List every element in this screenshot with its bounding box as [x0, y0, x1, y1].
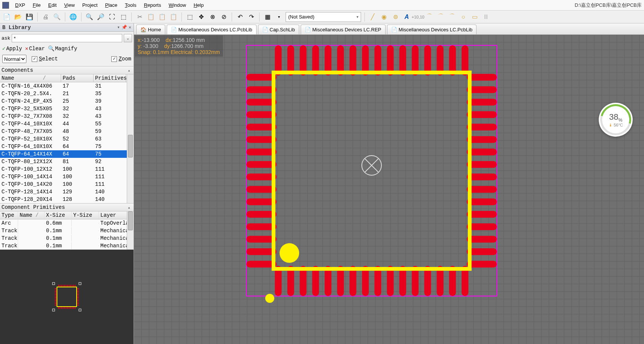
snap-grid-select[interactable]: (Not Saved) ▾	[286, 12, 361, 22]
tab-miscellaneous-devices-lc-pcblib[interactable]: 📄Miscellaneous Devices LC.PcbLib	[387, 25, 477, 34]
svg-rect-34	[70, 285, 71, 287]
table-row[interactable]: C-TQFP-100_12X12100111	[0, 165, 134, 173]
rubber-stamp-icon[interactable]: 📋	[169, 12, 178, 22]
svg-rect-12	[55, 291, 57, 292]
magnify-button[interactable]: 🔍Magnify	[48, 45, 77, 52]
table-row[interactable]: C-TQFP-64_10X10X6475	[0, 143, 134, 150]
svg-rect-3	[58, 307, 59, 309]
svg-rect-7	[60, 307, 60, 309]
panel-pin-icon[interactable]: 📌	[121, 25, 127, 30]
clear-icon[interactable]: ⊘	[219, 12, 228, 22]
menu-reports[interactable]: Reports	[140, 1, 165, 9]
table-row[interactable]: C-TQFN-16_4X4X061731	[0, 82, 134, 90]
scroll-up-icon[interactable]: ▴	[126, 68, 132, 73]
apply-button[interactable]: ✓Apply	[2, 45, 22, 52]
mode-select[interactable]: Normal	[2, 55, 26, 63]
menu-help[interactable]: Help	[190, 1, 207, 9]
undo-icon[interactable]: ↶	[235, 12, 244, 22]
move-icon[interactable]: ✥	[197, 12, 206, 22]
place-fill-icon[interactable]: ▭	[470, 12, 479, 22]
table-row[interactable]: C-TQFN-24_EP_4X52539	[0, 97, 134, 105]
mask-input[interactable]	[12, 34, 122, 42]
place-array-icon[interactable]: ⁞⁞	[481, 12, 490, 22]
panel-menu-icon[interactable]: ▾	[117, 25, 120, 30]
copy-icon[interactable]: 📋	[146, 12, 155, 22]
svg-rect-2	[58, 285, 59, 287]
table-row[interactable]: C-TQFP-64_14X14X6475	[0, 150, 134, 158]
zoom-area-icon[interactable]: ⬚	[119, 12, 128, 22]
place-pad-icon[interactable]: ◉	[380, 12, 389, 22]
zoom-out-icon[interactable]: 🔎	[96, 12, 105, 22]
table-row[interactable]: C-TQFP-128_20X14128140	[0, 196, 134, 203]
menu-tools[interactable]: Tools	[121, 1, 140, 9]
table-row[interactable]: Arc0.6mmTopOverla	[0, 219, 134, 227]
table-row[interactable]: C-TQFN-20_2.5X4.2135	[0, 90, 134, 97]
svg-rect-10	[61, 285, 62, 287]
table-row[interactable]: C-TQFP-52_10X10X5263	[0, 135, 134, 143]
browse-icon[interactable]: 🌐	[69, 12, 78, 22]
panel-title-bar: B Library ▾ 📌 ✕	[0, 23, 134, 32]
paste-icon[interactable]: 📋	[158, 12, 167, 22]
col-name[interactable]: Name /	[0, 74, 61, 82]
col-pads[interactable]: Pads	[61, 74, 94, 82]
menu-place[interactable]: Place	[101, 1, 121, 9]
components-scrollbar[interactable]	[127, 74, 134, 203]
library-panel: B Library ▾ 📌 ✕ ask ⌄ ✓Apply ✕Clear 🔍Mag…	[0, 23, 134, 344]
svg-rect-45	[77, 303, 79, 304]
place-arc-edge-icon[interactable]: ⌒	[436, 12, 445, 22]
place-dimension-icon[interactable]: +10,10	[413, 12, 423, 22]
cut-icon[interactable]: ✂	[135, 12, 144, 22]
primitives-scrollbar[interactable]	[127, 211, 134, 250]
open-icon[interactable]: 📂	[14, 12, 23, 22]
place-string-icon[interactable]: A	[402, 12, 411, 22]
clear-button[interactable]: ✕Clear	[25, 45, 45, 52]
grid-dd-icon[interactable]: ▾	[274, 12, 283, 22]
table-row[interactable]: Track0.1mmMechanica	[0, 227, 134, 234]
table-row[interactable]: C-TQFP-100_14X20100111	[0, 180, 134, 188]
place-line-icon[interactable]: ╱	[368, 12, 377, 22]
menu-window[interactable]: Window	[165, 1, 190, 9]
menu-view[interactable]: View	[60, 1, 78, 9]
tab-miscellaneous-devices-lc-rep[interactable]: 📄Miscellaneous Devices LC.REP	[301, 25, 386, 34]
svg-rect-23	[66, 307, 66, 309]
table-row[interactable]: Track0.1mmMechanica	[0, 234, 134, 242]
select-checkbox[interactable]: ✓Select	[32, 56, 58, 62]
tab-miscellaneous-devices-lc-pcblib[interactable]: 📄Miscellaneous Devices LC.PcbLib	[167, 25, 257, 34]
scrollbar-thumb[interactable]	[128, 135, 133, 157]
place-arc-any-icon[interactable]: ⌒	[447, 12, 456, 22]
tab-cap-schlib[interactable]: 📄Cap.SchLib	[258, 25, 299, 34]
preview-icon[interactable]: 🔍	[52, 12, 61, 22]
place-full-circle-icon[interactable]: ○	[459, 12, 468, 22]
print-icon[interactable]: 🖨	[41, 12, 50, 22]
table-row[interactable]: C-TQFP-80_12X12X8192	[0, 158, 134, 165]
zoom-fit-icon[interactable]: ⛶	[108, 12, 117, 22]
redo-icon[interactable]: ↷	[247, 12, 256, 22]
zoom-checkbox[interactable]: ✓Zoom	[111, 56, 131, 62]
app-logo-icon	[2, 2, 9, 9]
col-primitives[interactable]: Primitives	[94, 74, 126, 82]
menu-dxp[interactable]: DXP	[11, 1, 29, 9]
table-row[interactable]: C-TQFP-100_14X14100111	[0, 173, 134, 180]
table-row[interactable]: C-TQFP-32_7X7X083243	[0, 113, 134, 120]
select-all-icon[interactable]: ⬚	[185, 12, 194, 22]
tab-home[interactable]: 🏠Home	[136, 25, 165, 34]
place-arc-center-icon[interactable]: ⌒	[425, 12, 434, 22]
save-icon[interactable]: 💾	[25, 12, 34, 22]
pcb-canvas[interactable]: x:-13.900 dx:1256.100 mm y: -3.300 dy:12…	[134, 35, 644, 344]
menu-file[interactable]: File	[29, 1, 45, 9]
table-row[interactable]: C-TQFP-48_7X7X054859	[0, 128, 134, 135]
panel-close-icon[interactable]: ✕	[129, 25, 131, 30]
table-row[interactable]: C-TQFP-32_5X5X053243	[0, 105, 134, 113]
table-row[interactable]: C-TQFP-128_14X14129140	[0, 188, 134, 196]
scroll-up-icon[interactable]: ▴	[126, 205, 132, 210]
table-row[interactable]: Track0.1mmMechanica	[0, 242, 134, 250]
new-icon[interactable]: 📄	[2, 12, 11, 22]
place-via-icon[interactable]: ⊚	[391, 12, 400, 22]
deselect-icon[interactable]: ⊗	[208, 12, 217, 22]
grid-icon[interactable]: ▦	[263, 12, 272, 22]
zoom-in-icon[interactable]: 🔍	[85, 12, 94, 22]
menu-project[interactable]: Project	[78, 1, 101, 9]
menu-edit[interactable]: Edit	[45, 1, 60, 9]
table-row[interactable]: C-TQFP-44_10X10X4455	[0, 120, 134, 128]
mask-dropdown-icon[interactable]: ⌄	[124, 34, 132, 42]
